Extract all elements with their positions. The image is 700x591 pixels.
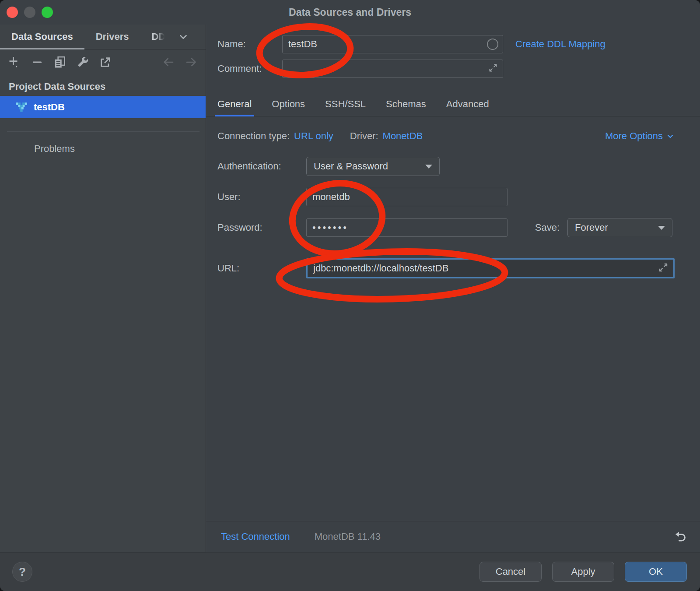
apply-button[interactable]: Apply xyxy=(552,562,614,582)
driver-value-link[interactable]: MonetDB xyxy=(383,130,423,142)
cancel-label: Cancel xyxy=(496,566,525,577)
authentication-select[interactable]: User & Password xyxy=(306,157,440,176)
tab-advanced[interactable]: Advanced xyxy=(446,92,489,116)
url-field-focused xyxy=(306,258,675,278)
sidebar-toolbar xyxy=(0,49,206,75)
settings-tabstrip: General Options SSH/SSL Schemas Advanced xyxy=(206,92,700,116)
password-input[interactable] xyxy=(312,222,503,233)
tab-schemas-label: Schemas xyxy=(386,98,426,110)
url-row: URL: xyxy=(206,258,700,278)
tab-ssh-ssl[interactable]: SSH/SSL xyxy=(325,92,366,116)
chevron-down-icon[interactable] xyxy=(178,25,189,49)
comment-row: Comment: xyxy=(206,60,700,78)
save-value: Forever xyxy=(575,222,608,233)
bottom-bar: ? Cancel Apply OK xyxy=(0,552,700,591)
datasource-item-testdb[interactable]: testDB xyxy=(0,96,206,118)
create-ddl-mapping-link[interactable]: Create DDL Mapping xyxy=(515,39,606,50)
tab-general-label: General xyxy=(217,98,252,110)
help-label: ? xyxy=(19,565,26,579)
window-title: Data Sources and Drivers xyxy=(0,0,700,25)
ok-button[interactable]: OK xyxy=(625,562,687,582)
user-row: User: xyxy=(206,188,700,206)
authentication-value: User & Password xyxy=(314,161,388,172)
connection-type-row: Connection type: URL only Driver: MonetD… xyxy=(206,130,700,142)
dropdown-caret-icon xyxy=(425,165,432,169)
tab-drivers-label: Drivers xyxy=(96,31,129,42)
name-input[interactable] xyxy=(288,39,487,50)
sidebar-item-problems[interactable]: Problems xyxy=(0,137,206,160)
tab-drivers[interactable]: Drivers xyxy=(84,25,140,49)
problems-label: Problems xyxy=(34,143,75,155)
test-connection-link[interactable]: Test Connection xyxy=(221,531,290,542)
password-row: Password: Save: Forever xyxy=(206,218,700,237)
dropdown-caret-icon xyxy=(658,226,665,230)
tree-separator xyxy=(7,131,200,132)
monetdb-icon xyxy=(15,101,28,114)
tab-ddl-label: DD xyxy=(151,31,165,42)
expand-field-icon[interactable] xyxy=(658,262,669,275)
chevron-down-icon xyxy=(666,132,675,141)
progress-circle-icon xyxy=(487,39,498,50)
more-options-label: More Options xyxy=(605,130,663,142)
export-icon[interactable] xyxy=(99,56,112,69)
name-field xyxy=(282,35,503,53)
apply-label: Apply xyxy=(571,566,595,577)
save-label: Save: xyxy=(535,222,560,233)
url-label: URL: xyxy=(217,263,306,274)
driver-version-text: MonetDB 11.43 xyxy=(315,531,381,542)
cancel-button[interactable]: Cancel xyxy=(480,562,542,582)
remove-datasource-icon[interactable] xyxy=(31,56,44,69)
authentication-label: Authentication: xyxy=(217,161,306,172)
name-label: Name: xyxy=(217,39,282,50)
tab-data-sources[interactable]: Data Sources xyxy=(0,25,84,49)
revert-icon[interactable] xyxy=(674,530,687,543)
back-arrow-icon[interactable] xyxy=(162,56,175,69)
tab-advanced-label: Advanced xyxy=(446,98,489,110)
password-label: Password: xyxy=(217,222,306,233)
titlebar: Data Sources and Drivers xyxy=(0,0,700,25)
driver-label: Driver: xyxy=(350,130,378,142)
url-input[interactable] xyxy=(313,263,654,274)
save-select[interactable]: Forever xyxy=(567,218,672,237)
datasource-item-label: testDB xyxy=(34,102,65,113)
project-data-sources-header: Project Data Sources xyxy=(0,75,206,96)
user-field xyxy=(306,188,508,206)
more-options-link[interactable]: More Options xyxy=(605,130,675,142)
comment-field xyxy=(282,60,503,78)
authentication-row: Authentication: User & Password xyxy=(206,157,700,176)
name-row: Name: Create DDL Mapping xyxy=(206,35,700,53)
tab-options-label: Options xyxy=(272,98,305,110)
duplicate-icon[interactable] xyxy=(53,56,66,69)
sidebar: Data Sources Drivers DD xyxy=(0,25,206,552)
data-sources-dialog: Data Sources and Drivers Data Sources Dr… xyxy=(0,0,700,591)
sidebar-tabstrip: Data Sources Drivers DD xyxy=(0,25,206,49)
tab-schemas[interactable]: Schemas xyxy=(386,92,426,116)
tab-general[interactable]: General xyxy=(217,92,252,116)
user-label: User: xyxy=(217,191,306,203)
content-spacer xyxy=(206,278,700,521)
forward-arrow-icon[interactable] xyxy=(185,56,198,69)
connection-type-label: Connection type: xyxy=(217,130,290,142)
connection-type-value-link[interactable]: URL only xyxy=(294,130,333,142)
tab-ddl-mappings-truncated[interactable]: DD xyxy=(140,25,177,49)
content-footer: Test Connection MonetDB 11.43 xyxy=(206,521,700,552)
help-button[interactable]: ? xyxy=(12,562,32,582)
expand-field-icon[interactable] xyxy=(488,63,498,75)
tab-ssh-ssl-label: SSH/SSL xyxy=(325,98,366,110)
add-datasource-icon[interactable] xyxy=(8,56,21,69)
main-split: Data Sources Drivers DD xyxy=(0,25,700,552)
comment-label: Comment: xyxy=(217,63,282,74)
content-panel: Name: Create DDL Mapping Comment: Genera… xyxy=(206,25,700,552)
tab-options[interactable]: Options xyxy=(272,92,305,116)
user-input[interactable] xyxy=(312,191,503,203)
properties-wrench-icon[interactable] xyxy=(76,56,89,69)
password-field xyxy=(306,218,508,237)
comment-input[interactable] xyxy=(288,63,484,74)
ok-label: OK xyxy=(649,566,663,577)
tab-data-sources-label: Data Sources xyxy=(11,31,73,42)
